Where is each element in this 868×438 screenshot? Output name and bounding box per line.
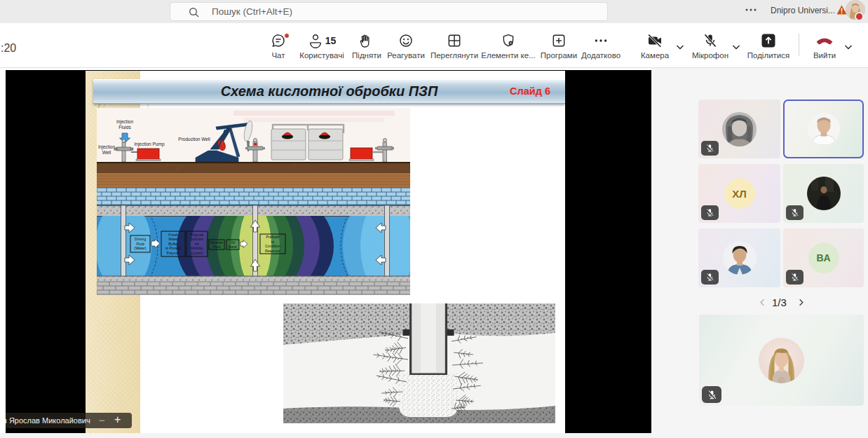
svg-text:Polymer: Polymer [166,251,179,255]
svg-text:Micellar: Micellar [210,240,223,245]
svg-text:to: to [271,240,274,244]
svg-text:Injection: Injection [98,144,116,150]
svg-text:Production Well: Production Well [178,137,210,142]
svg-text:Fluid: Fluid [136,242,144,246]
svg-text:Injection: Injection [116,119,134,125]
svg-text:Mobility: Mobility [191,246,203,250]
svg-text:Oil: Oil [231,240,235,245]
svg-text:Fluids: Fluids [118,125,131,130]
svg-text:Bank: Bank [229,245,237,249]
svg-text:Condition: Condition [265,244,280,248]
svg-text:Buffer: Buffer [168,242,178,246]
svg-text:Water: Water [168,237,178,241]
svg-text:Driving: Driving [135,237,146,241]
svg-text:Polymer: Polymer [190,233,203,237]
svg-text:Solution: Solution [191,237,204,241]
svg-text:Preflush: Preflush [266,235,279,239]
svg-text:Reservoir: Reservoir [265,249,280,253]
svg-text:Injection Pump: Injection Pump [135,142,165,147]
svg-text:Fluid: Fluid [212,245,220,249]
svg-text:Control: Control [191,251,203,255]
svg-text:(Water): (Water) [134,246,146,250]
svg-text:Fresh: Fresh [168,233,177,237]
svg-text:to Protect: to Protect [165,246,182,250]
svg-text:for: for [195,242,199,246]
svg-text:Well: Well [102,150,111,155]
